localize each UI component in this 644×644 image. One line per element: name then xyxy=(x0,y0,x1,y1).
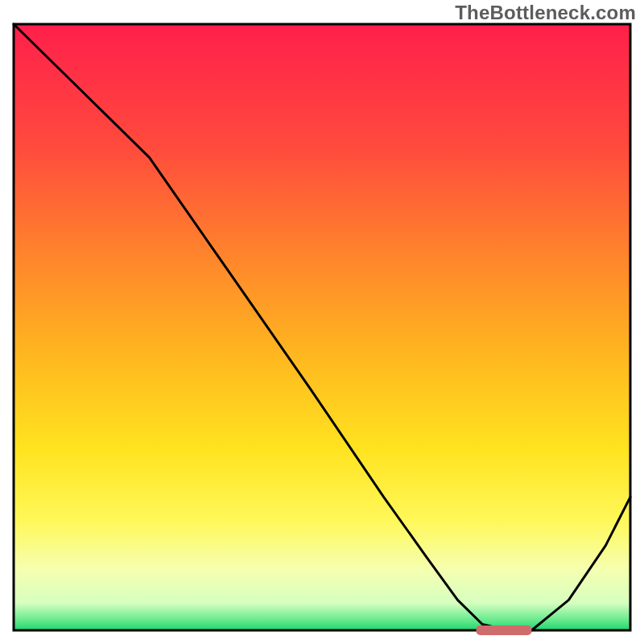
watermark-text: TheBottleneck.com xyxy=(455,2,636,24)
bottleneck-chart xyxy=(0,0,644,644)
chart-frame: TheBottleneck.com xyxy=(0,0,644,644)
optimal-marker xyxy=(477,625,532,635)
